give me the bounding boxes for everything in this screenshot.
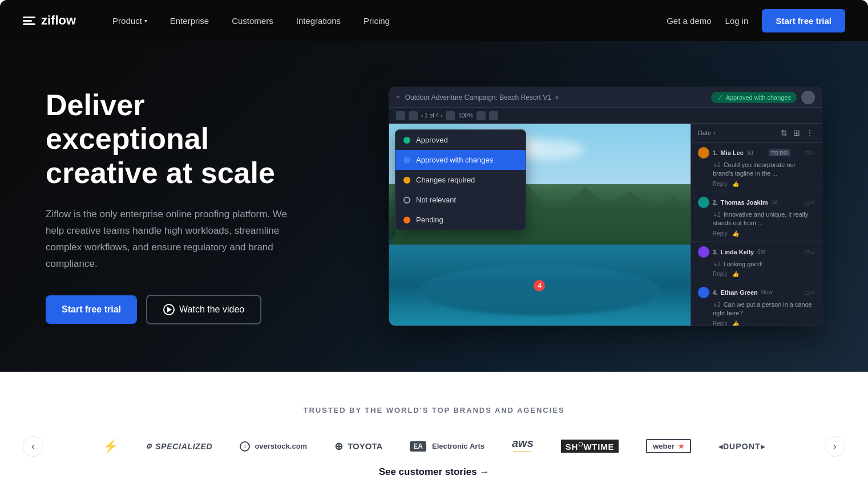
comment-text: ↳2 Can we put a person in a canoe right … bbox=[698, 300, 815, 318]
nav-pricing[interactable]: Pricing bbox=[354, 11, 399, 30]
comment-text: ↳2 Looking good! bbox=[698, 260, 815, 269]
comment-actions: Reply 👍 bbox=[698, 230, 815, 237]
hero-title: Deliver exceptional creative at scale bbox=[46, 88, 308, 190]
nav-links: Product ▾ Enterprise Customers Integrati… bbox=[103, 11, 667, 30]
brand-logo-dupont: ◂DUPONT▸ bbox=[718, 442, 765, 451]
dot-icon bbox=[403, 197, 410, 204]
login-link[interactable]: Log in bbox=[725, 16, 749, 26]
app-sidebar: Date ↑ ⇅ ⊞ ⋮ 1. Mia Lee bbox=[691, 124, 822, 326]
comment-header: 3. Linda Kelly 6m □ ○ bbox=[698, 246, 815, 258]
reply-link[interactable]: Reply bbox=[713, 230, 728, 237]
avatar bbox=[698, 287, 709, 298]
nav-customers[interactable]: Customers bbox=[223, 11, 282, 30]
get-demo-link[interactable]: Get a demo bbox=[667, 16, 711, 26]
comment-header: 2. Thomas Joakim 1d □ ○ bbox=[698, 197, 815, 208]
toolbar-nav-icon bbox=[409, 111, 418, 120]
brand-logo-showtime: SHOWTIME bbox=[561, 440, 619, 453]
comment-item: 4. Ethan Green Now □ ○ ↳2 Can we put a p… bbox=[691, 282, 822, 326]
nav-enterprise[interactable]: Enterprise bbox=[161, 11, 218, 30]
hero-right: ≡ Outdoor Adventure Campaign: Beach Reso… bbox=[331, 87, 822, 326]
hero-left: Deliver exceptional creative at scale Zi… bbox=[46, 88, 331, 325]
toolbar-zoom-icon bbox=[446, 111, 455, 120]
dot-icon bbox=[403, 177, 410, 184]
brand-logo-ea: EA Electronic Arts bbox=[410, 441, 485, 452]
logo[interactable]: ziflow bbox=[23, 13, 76, 28]
hero-section: Deliver exceptional creative at scale Zi… bbox=[0, 41, 868, 372]
comment-text: ↳2 Could you incorporate our brand's tag… bbox=[698, 161, 815, 178]
status-not-relevant[interactable]: Not relevant bbox=[395, 190, 526, 210]
nav-start-trial-button[interactable]: Start free trial bbox=[762, 9, 845, 32]
brand-logo-specialized: ⚙ SPECIALIZED bbox=[146, 442, 212, 451]
brand-logo-overstock: ○ overstock.com bbox=[240, 441, 307, 452]
navbar: ziflow Product ▾ Enterprise Customers In… bbox=[0, 0, 868, 41]
brand-logo-weber: weber ★ bbox=[646, 439, 691, 453]
status-pending[interactable]: Pending bbox=[395, 210, 526, 230]
comment-actions: Reply 👍 bbox=[698, 181, 815, 187]
chevron-down-icon: ▾ bbox=[144, 18, 147, 24]
carousel-prev-button[interactable]: ‹ bbox=[23, 436, 43, 457]
comment-actions: Reply 👍 bbox=[698, 271, 815, 277]
filter-icon[interactable]: ⊞ bbox=[793, 128, 802, 137]
reply-link[interactable]: Reply bbox=[713, 320, 728, 326]
trusted-section: TRUSTED BY THE WORLD'S TOP BRANDS AND AG… bbox=[0, 372, 868, 504]
avatar bbox=[698, 197, 709, 208]
sidebar-controls: ⇅ ⊞ ⋮ bbox=[781, 128, 815, 137]
logo-text: ziflow bbox=[41, 13, 76, 28]
more-options-icon[interactable]: ⋮ bbox=[806, 128, 815, 137]
play-icon bbox=[163, 304, 175, 315]
reply-link[interactable]: Reply bbox=[713, 271, 728, 277]
customer-stories-link[interactable]: See customer stories → bbox=[379, 466, 490, 478]
logo-icon bbox=[23, 17, 35, 25]
dot-icon bbox=[403, 217, 410, 223]
user-avatar bbox=[801, 91, 815, 104]
comment-header: 4. Ethan Green Now □ ○ bbox=[698, 287, 815, 298]
app-topbar: ≡ Outdoor Adventure Campaign: Beach Reso… bbox=[389, 87, 822, 108]
comment-item: 3. Linda Kelly 6m □ ○ ↳2 Looking good! R… bbox=[691, 242, 822, 282]
app-title: ≡ Outdoor Adventure Campaign: Beach Reso… bbox=[396, 94, 706, 101]
app-content: Approved Approved with changes Changes r… bbox=[389, 124, 822, 326]
app-canvas: Approved Approved with changes Changes r… bbox=[389, 124, 691, 326]
app-screenshot: ≡ Outdoor Adventure Campaign: Beach Reso… bbox=[389, 87, 822, 326]
comment-item: 1. Mia Lee 3d TO DO □ ○ ↳2 Could you inc… bbox=[691, 143, 822, 192]
nav-right: Get a demo Log in Start free trial bbox=[667, 9, 845, 32]
status-approved[interactable]: Approved bbox=[395, 130, 526, 150]
avatar bbox=[698, 147, 709, 158]
brand-logo-item: ⚡ bbox=[103, 439, 118, 454]
hero-description: Ziflow is the only enterprise online pro… bbox=[46, 206, 297, 273]
hero-buttons: Start free trial Watch the video bbox=[46, 295, 308, 324]
status-dropdown: Approved Approved with changes Changes r… bbox=[395, 129, 526, 230]
sort-icon[interactable]: ⇅ bbox=[781, 128, 790, 137]
dot-icon bbox=[403, 157, 410, 164]
comment-text: ↳2 Innovative and unique, it really stan… bbox=[698, 210, 815, 228]
customer-stories: See customer stories → bbox=[23, 455, 845, 501]
toolbar-page-nav: ‹ 1 of 4 › bbox=[421, 112, 442, 119]
sidebar-date-label: Date ↑ bbox=[698, 129, 716, 136]
toolbar-more-icon bbox=[489, 111, 498, 120]
toolbar-grid-icon bbox=[396, 111, 405, 120]
comment-header: 1. Mia Lee 3d TO DO □ ○ bbox=[698, 147, 815, 158]
dot-icon bbox=[403, 137, 410, 144]
brand-logo-aws: aws ~~~~~ bbox=[512, 437, 534, 455]
hero-watch-video-button[interactable]: Watch the video bbox=[146, 295, 261, 324]
status-badge: TO DO bbox=[769, 149, 790, 156]
app-toolbar: ‹ 1 of 4 › 100% bbox=[389, 108, 822, 124]
status-changes-required[interactable]: Changes required bbox=[395, 170, 526, 190]
nav-integrations[interactable]: Integrations bbox=[287, 11, 350, 30]
brand-logo-toyota: ⊕ TOYOTA bbox=[334, 440, 382, 453]
avatar bbox=[698, 246, 709, 258]
hero-start-trial-button[interactable]: Start free trial bbox=[46, 295, 137, 324]
comment-actions: Reply 👍 bbox=[698, 320, 815, 326]
toolbar-tools-icon bbox=[477, 111, 486, 120]
nav-product[interactable]: Product ▾ bbox=[103, 11, 156, 30]
sidebar-header: Date ↑ ⇅ ⊞ ⋮ bbox=[691, 124, 822, 143]
brand-logos: ⚡ ⚙ SPECIALIZED ○ overstock.com ⊕ TOYOTA… bbox=[103, 437, 765, 455]
status-badge: ✓ Approved with changes bbox=[711, 92, 797, 103]
carousel-next-button[interactable]: › bbox=[825, 436, 845, 457]
comment-item: 2. Thomas Joakim 1d □ ○ ↳2 Innovative an… bbox=[691, 192, 822, 242]
status-approved-changes[interactable]: Approved with changes bbox=[395, 150, 526, 170]
toolbar-zoom-level: 100% bbox=[458, 112, 473, 119]
reply-link[interactable]: Reply bbox=[713, 181, 728, 187]
trusted-label: TRUSTED BY THE WORLD'S TOP BRANDS AND AG… bbox=[23, 406, 845, 414]
